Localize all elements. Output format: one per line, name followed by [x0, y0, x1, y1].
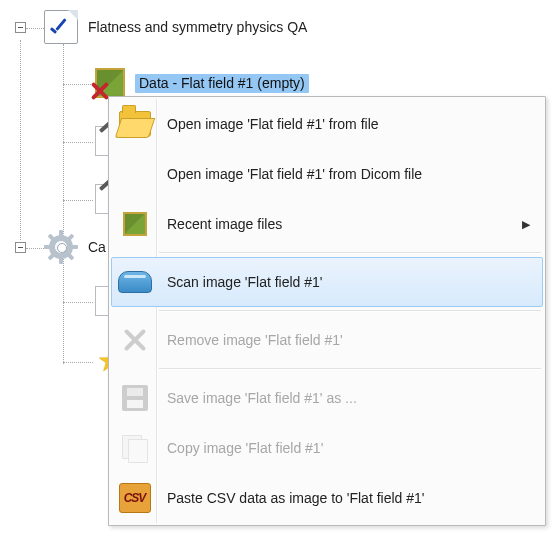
- tree-item-data[interactable]: Data - Flat field #1 (empty): [95, 68, 309, 98]
- menu-item-label: Scan image 'Flat field #1': [157, 274, 534, 290]
- submenu-arrow-icon: ▶: [522, 218, 534, 231]
- tree-item-calc-root[interactable]: Ca: [44, 230, 106, 264]
- gear-icon: [44, 230, 78, 264]
- context-menu: Open image 'Flat field #1' from file Ope…: [108, 96, 546, 526]
- menu-item-copy-image: Copy image 'Flat field #1': [111, 423, 543, 473]
- image-tile-icon: [95, 68, 125, 98]
- scanner-icon: [118, 271, 152, 293]
- menu-separator: [159, 368, 541, 370]
- menu-item-label: Copy image 'Flat field #1': [157, 440, 534, 456]
- copy-icon: [122, 435, 148, 461]
- menu-item-label: Recent image files: [157, 216, 522, 232]
- menu-item-open-file[interactable]: Open image 'Flat field #1' from file: [111, 99, 543, 149]
- csv-clipboard-icon: [119, 483, 151, 513]
- menu-item-label: Save image 'Flat field #1' as ...: [157, 390, 534, 406]
- menu-item-save-image-as: Save image 'Flat field #1' as ...: [111, 373, 543, 423]
- menu-item-label: Open image 'Flat field #1' from Dicom fi…: [157, 166, 534, 182]
- menu-item-paste-csv[interactable]: Paste CSV data as image to 'Flat field #…: [111, 473, 543, 523]
- tree-item-label: Data - Flat field #1 (empty): [135, 74, 309, 93]
- tree-expander-calc[interactable]: [15, 242, 26, 253]
- tree-item-label: Ca: [88, 239, 106, 255]
- tree-item-label: Flatness and symmetry physics QA: [88, 19, 307, 35]
- menu-item-scan-image[interactable]: Scan image 'Flat field #1': [111, 257, 543, 307]
- menu-item-label: Open image 'Flat field #1' from file: [157, 116, 534, 132]
- folder-open-icon: [119, 111, 151, 137]
- menu-item-label: Paste CSV data as image to 'Flat field #…: [157, 490, 534, 506]
- menu-item-open-dicom[interactable]: Open image 'Flat field #1' from Dicom fi…: [111, 149, 543, 199]
- menu-item-recent-files[interactable]: Recent image files ▶: [111, 199, 543, 249]
- remove-x-icon: [121, 326, 149, 354]
- doc-checkmark-icon: [44, 10, 78, 44]
- menu-separator: [159, 310, 541, 312]
- tree-expander-root[interactable]: [15, 22, 26, 33]
- image-tile-icon: [123, 212, 147, 236]
- save-floppy-icon: [122, 385, 148, 411]
- menu-item-label: Remove image 'Flat field #1': [157, 332, 534, 348]
- menu-item-remove-image: Remove image 'Flat field #1': [111, 315, 543, 365]
- menu-separator: [159, 252, 541, 254]
- tree-item-root[interactable]: Flatness and symmetry physics QA: [44, 10, 307, 44]
